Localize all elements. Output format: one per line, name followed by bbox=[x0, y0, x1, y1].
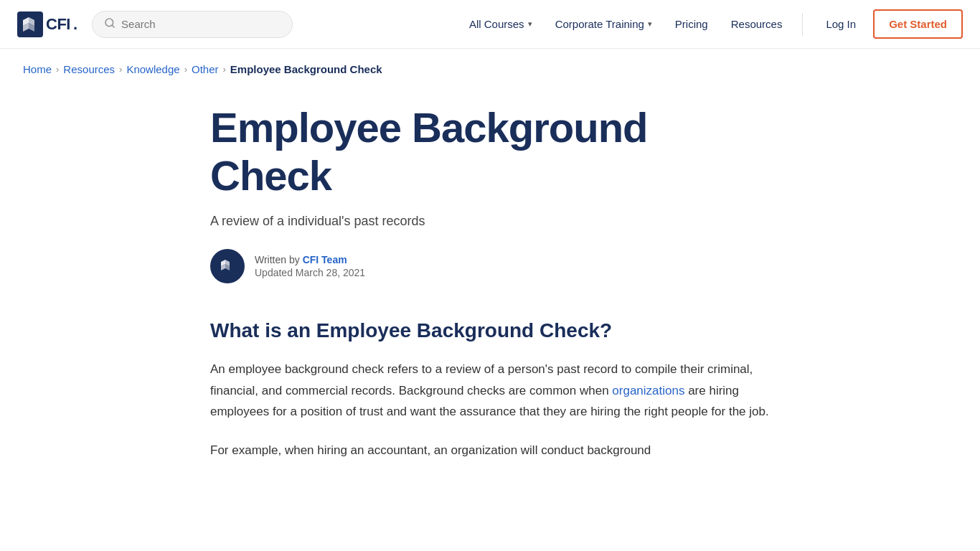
logo-icon bbox=[17, 11, 43, 37]
breadcrumb-resources[interactable]: Resources bbox=[63, 63, 115, 75]
updated-date: Updated March 28, 2021 bbox=[255, 267, 365, 278]
search-input[interactable] bbox=[121, 18, 281, 30]
organizations-link[interactable]: organizations bbox=[612, 384, 684, 397]
breadcrumb-home[interactable]: Home bbox=[23, 63, 52, 75]
article-title: Employee Background Check bbox=[210, 104, 770, 199]
breadcrumb-other[interactable]: Other bbox=[192, 63, 219, 75]
author-avatar bbox=[210, 249, 245, 283]
logo-dot: . bbox=[73, 15, 77, 34]
breadcrumb-knowledge[interactable]: Knowledge bbox=[126, 63, 179, 75]
search-box[interactable] bbox=[92, 11, 293, 38]
written-by: Written by CFI Team bbox=[255, 254, 365, 265]
breadcrumb-current: Employee Background Check bbox=[230, 63, 382, 75]
breadcrumb-separator: › bbox=[56, 64, 59, 75]
svg-line-2 bbox=[112, 25, 114, 27]
section1-heading: What is an Employee Background Check? bbox=[210, 318, 770, 344]
login-button[interactable]: Log In bbox=[814, 12, 867, 36]
nav-all-courses[interactable]: All Courses ▾ bbox=[461, 12, 541, 36]
chevron-down-icon: ▾ bbox=[648, 19, 652, 29]
logo-text: CFI bbox=[46, 15, 70, 34]
chevron-down-icon: ▾ bbox=[528, 19, 532, 29]
get-started-button[interactable]: Get Started bbox=[873, 9, 963, 39]
breadcrumb-separator: › bbox=[223, 64, 226, 75]
section1-para1: An employee background check refers to a… bbox=[210, 359, 770, 423]
nav-divider bbox=[802, 13, 803, 36]
author-info: Written by CFI Team Updated March 28, 20… bbox=[255, 254, 365, 278]
nav-pricing[interactable]: Pricing bbox=[666, 12, 717, 36]
search-icon bbox=[104, 17, 116, 32]
nav-corporate-training[interactable]: Corporate Training ▾ bbox=[547, 12, 661, 36]
breadcrumb-separator: › bbox=[184, 64, 187, 75]
author-link[interactable]: CFI Team bbox=[303, 254, 347, 265]
breadcrumb-separator: › bbox=[119, 64, 122, 75]
section1-para2: For example, when hiring an accountant, … bbox=[210, 440, 770, 461]
nav-resources[interactable]: Resources bbox=[722, 12, 791, 36]
author-block: Written by CFI Team Updated March 28, 20… bbox=[210, 249, 770, 283]
logo-link[interactable]: CFI. bbox=[17, 11, 77, 37]
navbar: CFI. All Courses ▾ Corporate Training ▾ … bbox=[0, 0, 980, 49]
article-subtitle: A review of a individual's past records bbox=[210, 214, 770, 229]
main-content: Employee Background Check A review of a … bbox=[182, 90, 798, 522]
nav-links: All Courses ▾ Corporate Training ▾ Prici… bbox=[461, 9, 963, 39]
breadcrumb: Home › Resources › Knowledge › Other › E… bbox=[0, 49, 980, 90]
